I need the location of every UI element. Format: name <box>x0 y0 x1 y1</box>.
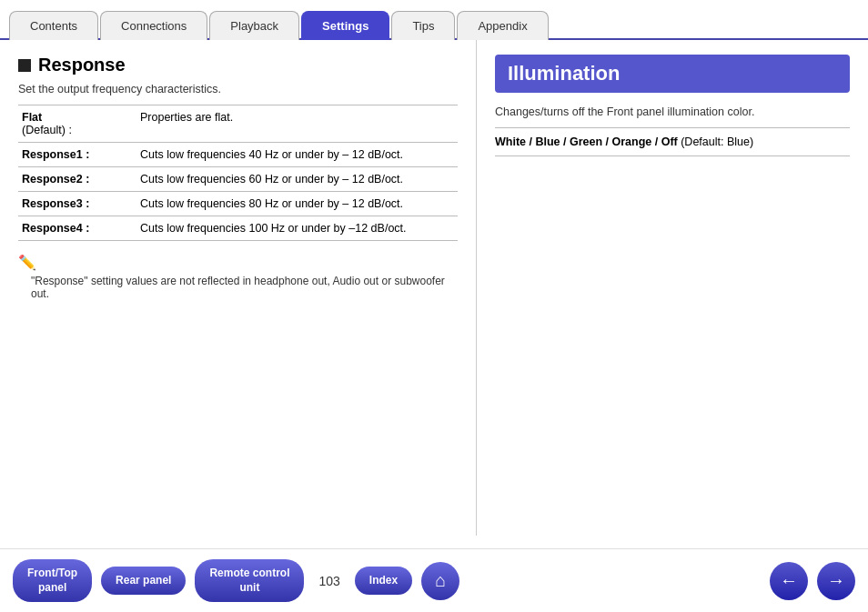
black-square-icon <box>18 59 31 72</box>
note-area: ✏️ "Response" setting values are not ref… <box>18 254 458 300</box>
row-label: Response2 : <box>18 167 136 192</box>
index-button[interactable]: Index <box>355 567 412 596</box>
prev-button[interactable]: ← <box>770 562 808 600</box>
remote-control-button[interactable]: Remote control unit <box>195 559 304 602</box>
row-value: Cuts low frequencies 60 Hz or under by –… <box>136 167 458 192</box>
tab-playback[interactable]: Playback <box>209 11 299 40</box>
row-label: Response1 : <box>18 143 136 167</box>
left-panel: Response Set the output frequency charac… <box>0 40 477 536</box>
right-panel: Illumination Changes/turns off the Front… <box>477 40 868 536</box>
tab-tips[interactable]: Tips <box>391 11 455 40</box>
table-row: Response1 : Cuts low frequencies 40 Hz o… <box>18 143 458 167</box>
rear-panel-button[interactable]: Rear panel <box>101 567 186 596</box>
row-label: Response3 : <box>18 192 136 216</box>
home-icon: ⌂ <box>435 570 446 591</box>
table-row: Flat(Default) : Properties are flat. <box>18 105 458 143</box>
home-button[interactable]: ⌂ <box>421 562 459 600</box>
front-top-panel-button[interactable]: Front/Top panel <box>13 559 92 602</box>
bottom-navigation: Front/Top panel Rear panel Remote contro… <box>0 548 868 612</box>
illumination-header: Illumination <box>495 55 850 93</box>
options-bold: White / Blue / Green / Orange / Off <box>495 135 678 148</box>
tab-connections[interactable]: Connections <box>100 11 207 40</box>
top-navigation: Contents Connections Playback Settings T… <box>0 0 868 40</box>
section-title: Response <box>18 55 458 75</box>
row-value: Cuts low frequencies 100 Hz or under by … <box>136 216 458 241</box>
table-row: Response4 : Cuts low frequencies 100 Hz … <box>18 216 458 241</box>
main-content: Response Set the output frequency charac… <box>0 40 868 536</box>
tab-contents[interactable]: Contents <box>9 11 98 40</box>
row-value: Properties are flat. <box>136 105 458 143</box>
page-number: 103 <box>318 574 339 588</box>
next-button[interactable]: → <box>817 562 855 600</box>
next-arrow-icon: → <box>827 570 845 591</box>
section-subtitle: Set the output frequency characteristics… <box>18 83 458 95</box>
tab-settings[interactable]: Settings <box>301 11 389 40</box>
note-icon: ✏️ <box>18 254 458 271</box>
illumination-description: Changes/turns off the Front panel illumi… <box>495 105 850 118</box>
section-title-text: Response <box>38 55 126 75</box>
row-value: Cuts low frequencies 80 Hz or under by –… <box>136 192 458 216</box>
table-row: Response3 : Cuts low frequencies 80 Hz o… <box>18 192 458 216</box>
tab-appendix[interactable]: Appendix <box>457 11 548 40</box>
prev-arrow-icon: ← <box>780 570 798 591</box>
note-text: "Response" setting values are not reflec… <box>31 275 458 300</box>
row-label: Flat(Default) : <box>18 105 136 143</box>
illumination-options: White / Blue / Green / Orange / Off (Def… <box>495 127 850 156</box>
row-label: Response4 : <box>18 216 136 241</box>
options-normal: (Default: Blue) <box>678 135 753 148</box>
row-value: Cuts low frequencies 40 Hz or under by –… <box>136 143 458 167</box>
table-row: Response2 : Cuts low frequencies 60 Hz o… <box>18 167 458 192</box>
response-table: Flat(Default) : Properties are flat. Res… <box>18 105 458 241</box>
